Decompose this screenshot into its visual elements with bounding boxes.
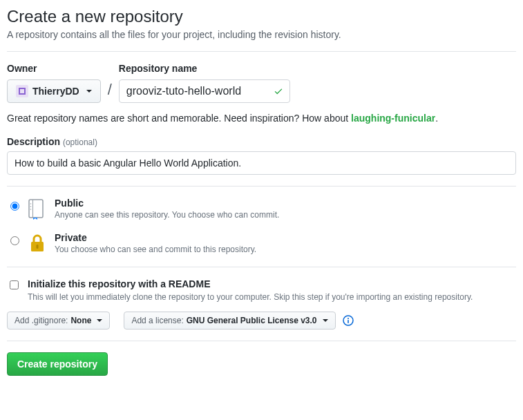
slash-separator: / bbox=[105, 81, 115, 103]
public-desc: Anyone can see this repository. You choo… bbox=[55, 210, 279, 220]
create-repository-button[interactable]: Create repository bbox=[7, 352, 108, 376]
description-label: Description (optional) bbox=[7, 136, 97, 147]
divider bbox=[7, 51, 516, 52]
chevron-down-icon bbox=[97, 319, 102, 322]
public-label: Public bbox=[55, 198, 279, 209]
owner-label: Owner bbox=[7, 63, 101, 74]
description-input[interactable] bbox=[7, 151, 516, 175]
readme-label: Initialize this repository with a README bbox=[28, 278, 473, 289]
svg-point-5 bbox=[30, 203, 32, 204]
owner-name: ThierryDD bbox=[32, 84, 79, 98]
lock-icon bbox=[28, 233, 48, 253]
chevron-down-icon bbox=[323, 319, 328, 322]
owner-avatar-icon bbox=[16, 85, 28, 97]
readme-option[interactable]: Initialize this repository with a README… bbox=[7, 278, 516, 302]
divider bbox=[7, 267, 516, 267]
gitignore-select[interactable]: Add .gitignore: None bbox=[7, 312, 110, 330]
svg-point-7 bbox=[30, 209, 32, 210]
name-hint: Great repository names are short and mem… bbox=[7, 113, 516, 124]
svg-rect-9 bbox=[37, 245, 39, 249]
repo-public-icon bbox=[28, 199, 48, 218]
svg-rect-3 bbox=[29, 200, 43, 218]
description-section: Description (optional) bbox=[7, 136, 516, 175]
info-icon[interactable] bbox=[343, 315, 354, 326]
name-suggestion-link[interactable]: laughing-funicular bbox=[351, 113, 435, 124]
divider bbox=[7, 186, 516, 187]
svg-rect-12 bbox=[348, 320, 349, 323]
readme-desc: This will let you immediately clone the … bbox=[28, 292, 473, 302]
visibility-public-option[interactable]: Public Anyone can see this repository. Y… bbox=[7, 198, 516, 220]
svg-point-6 bbox=[30, 206, 32, 207]
extras-row: Add .gitignore: None Add a license: GNU … bbox=[7, 312, 516, 330]
svg-rect-2 bbox=[20, 89, 24, 93]
page-subhead: A repository contains all the files for … bbox=[7, 29, 516, 40]
svg-point-11 bbox=[348, 318, 349, 319]
visibility-private-option[interactable]: Private You choose who can see and commi… bbox=[7, 232, 516, 254]
public-radio[interactable] bbox=[10, 202, 19, 211]
chevron-down-icon bbox=[86, 90, 92, 93]
repo-name-input[interactable] bbox=[119, 79, 290, 103]
readme-checkbox[interactable] bbox=[10, 280, 19, 289]
divider bbox=[7, 341, 516, 341]
owner-select[interactable]: ThierryDD bbox=[7, 79, 101, 103]
private-label: Private bbox=[55, 232, 256, 243]
private-desc: You choose who can see and commit to thi… bbox=[55, 245, 256, 254]
license-select[interactable]: Add a license: GNU General Public Licens… bbox=[124, 312, 335, 330]
repo-name-label: Repository name bbox=[119, 63, 290, 74]
page-title: Create a new repository bbox=[7, 7, 516, 26]
svg-rect-4 bbox=[32, 200, 33, 218]
private-radio[interactable] bbox=[10, 236, 19, 245]
check-icon bbox=[274, 86, 283, 96]
owner-repo-row: Owner ThierryDD / Repository name bbox=[7, 63, 516, 103]
